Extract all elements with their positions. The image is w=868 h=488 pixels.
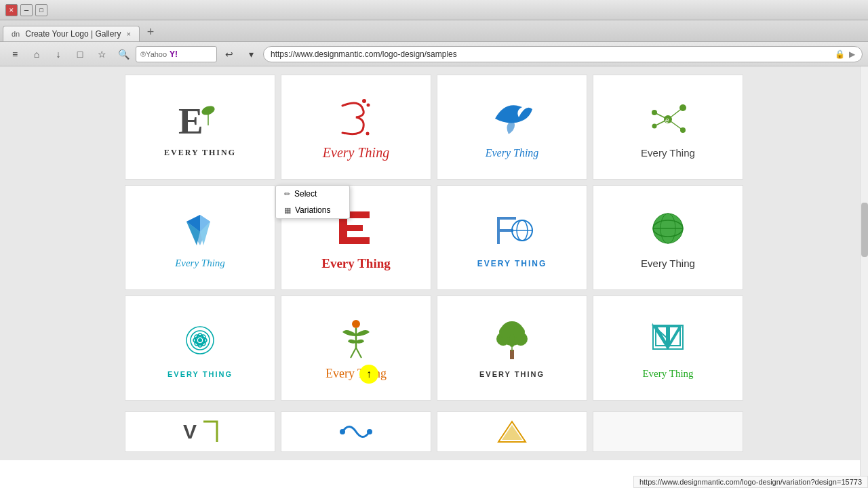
lock-icon: 🔒 [835,49,845,59]
logo-icon-7 [485,207,539,255]
svg-text:V: V [183,420,197,443]
browser-toolbar: ≡ ⌂ ↓ □ ☆ 🔍 ®Yahoo Y! ↩ ▾ https://www.de… [0,42,868,66]
svg-point-45 [513,326,525,338]
favorites-button[interactable]: ☆ [92,45,111,64]
yahoo-logo: Y! [170,49,178,59]
yahoo-search-text: ®Yahoo [140,50,167,58]
menu-button[interactable]: ≡ [5,45,24,64]
minimize-button[interactable]: ─ [20,4,33,16]
search-icon[interactable]: 🔍 [114,45,133,64]
titlebar: ✕ ─ □ [0,0,868,20]
redo-button[interactable]: ▾ [241,45,260,64]
context-menu-variations[interactable]: ▦ Variations [276,202,349,218]
tab-favicon: dn [12,30,20,38]
tab-title: Create Your Logo | Gallery [25,29,121,39]
logo-card-11[interactable]: EVERY THING [437,296,587,401]
logo-icon-5 [173,206,227,253]
logo-text-12: Every Thing [642,368,693,380]
active-tab[interactable]: dn Create Your Logo | Gallery × [3,26,140,41]
logo-icon-3 [485,96,539,143]
logo-card-7[interactable]: EVERY THING [437,185,587,290]
close-button[interactable]: ✕ [5,4,18,16]
bottom-row: V [0,409,868,460]
reload-icon[interactable]: ▶ [849,49,855,59]
pencil-icon: ✏ [284,190,290,199]
logo-text-8: Every Thing [641,258,695,269]
logo-text-3: Every Thing [486,147,539,159]
logo-text-7: EVERY THING [477,259,547,268]
logo-icon-9 [173,319,227,366]
undo-button[interactable]: ↩ [220,45,239,64]
logo-card-1[interactable]: E EVERY THING [125,75,275,180]
logo-text-11: EVERY THING [479,370,545,378]
svg-point-52 [367,429,372,434]
svg-point-44 [499,326,511,338]
logo-text-10: Every Thing [326,367,387,381]
maximize-button[interactable]: □ [35,4,47,16]
download-button[interactable]: ↓ [49,45,68,64]
svg-point-46 [510,343,514,347]
svg-point-5 [366,131,370,135]
context-menu-select[interactable]: ✏ Select [276,186,349,202]
tab-close-icon[interactable]: × [126,30,130,38]
logo-card-12[interactable]: Every Thing [593,296,743,401]
bookmark-manager-button[interactable]: □ [71,45,90,64]
bottom-card-3[interactable] [437,411,587,452]
logo-icon-12 [641,317,695,364]
logo-card-5[interactable]: Every Thing [125,185,275,290]
tab-bar: dn Create Your Logo | Gallery × + [0,20,868,42]
svg-point-36 [352,320,360,328]
logo-card-4[interactable]: e Every Thing [593,75,743,180]
logo-card-2[interactable]: Every Thing [281,75,431,180]
logo-text-9: EVERY THING [167,370,233,378]
svg-rect-40 [510,350,514,359]
logo-card-10[interactable]: Every Thing [281,296,431,401]
context-menu: ✏ Select ▦ Variations [275,185,350,219]
logo-icon-11 [485,319,539,366]
grid-icon: ▦ [284,206,291,215]
home-button[interactable]: ⌂ [27,45,46,64]
logo-icon-2 [329,94,383,141]
status-bar: https://www.designmantic.com/logo-design… [633,476,868,488]
svg-text:e: e [665,117,669,124]
svg-rect-19 [339,237,370,244]
yahoo-search-bar[interactable]: ®Yahoo Y! [136,46,217,62]
logo-card-6[interactable]: Every Thing ✏ Select ▦ Variations [281,185,431,290]
logo-grid: E EVERY THING Every Thing [0,66,868,409]
svg-line-12 [668,119,683,130]
logo-text-4: Every Thing [641,147,695,159]
page-content: E EVERY THING Every Thing [0,66,868,488]
address-text: https://www.designmantic.com/logo-design… [271,49,457,59]
new-tab-button[interactable]: + [142,24,159,40]
scrollbar-thumb[interactable] [861,203,868,257]
scrollbar[interactable] [860,66,868,488]
bottom-card-1[interactable]: V [125,411,275,452]
svg-line-38 [351,348,356,358]
svg-rect-18 [339,225,363,231]
svg-text:E: E [178,100,203,142]
logo-card-8[interactable]: Every Thing [593,185,743,290]
logo-text-1: EVERY THING [164,148,236,158]
logo-icon-4: e [641,96,695,143]
status-url: https://www.designmantic.com/logo-design… [639,478,862,486]
window-controls[interactable]: ✕ ─ □ [5,4,47,16]
logo-card-9[interactable]: EVERY THING [125,296,275,401]
logo-card-3[interactable]: Every Thing [437,75,587,180]
address-bar[interactable]: https://www.designmantic.com/logo-design… [263,46,863,62]
logo-icon-1: E [173,96,227,144]
logo-text-5: Every Thing [175,258,225,269]
svg-point-51 [340,429,345,434]
svg-point-4 [367,103,370,106]
svg-point-3 [362,99,366,103]
variations-label: Variations [295,205,330,215]
svg-line-11 [668,108,683,119]
svg-point-35 [198,338,202,342]
logo-text-2: Every Thing [323,145,389,161]
bottom-card-4[interactable] [593,411,743,452]
bottom-card-2[interactable] [281,411,431,452]
logo-icon-10 [329,315,383,363]
logo-icon-8 [641,206,695,253]
svg-line-39 [356,348,361,358]
select-label: Select [294,189,317,199]
logo-text-6: Every Thing [321,256,391,271]
